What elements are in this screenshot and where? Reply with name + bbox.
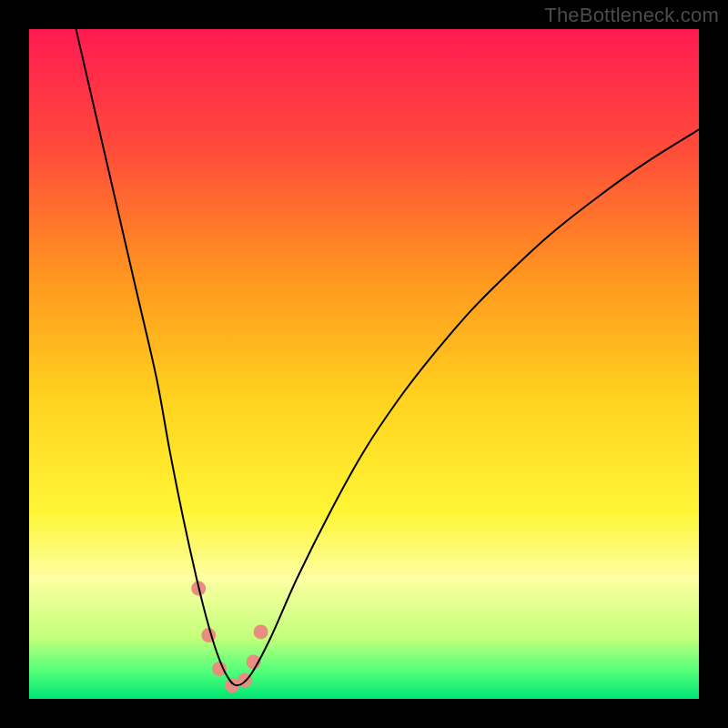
gradient-background [29, 29, 699, 699]
plot-area [29, 29, 699, 699]
chart-frame: TheBottleneck.com [0, 0, 728, 728]
chart-svg [29, 29, 699, 699]
highlight-marker [212, 662, 227, 676]
highlight-marker [254, 624, 268, 639]
watermark-text: TheBottleneck.com [544, 4, 719, 27]
